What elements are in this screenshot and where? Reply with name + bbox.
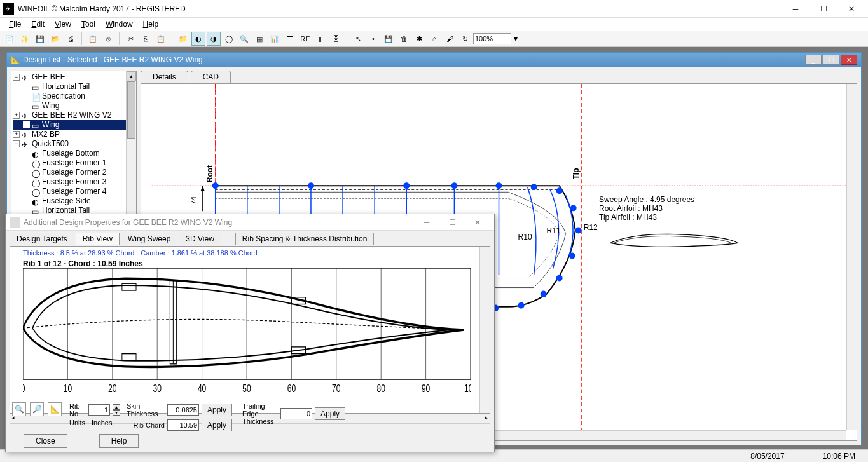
props-vscrollbar[interactable]	[479, 247, 490, 413]
tree-item[interactable]: GEE BEE R2 WING V2	[32, 111, 111, 120]
tab-rib-spacing[interactable]: Rib Spacing & Thickness Distribution	[235, 233, 375, 245]
apply-te-button[interactable]: Apply	[315, 407, 345, 420]
svg-point-25	[541, 291, 547, 297]
dialog-maximize-button[interactable]: ☐	[439, 215, 465, 230]
tb-brush-icon[interactable]: 🖌	[443, 32, 457, 46]
scroll-up-icon[interactable]: ▲	[127, 71, 136, 81]
menu-edit[interactable]: Edit	[27, 18, 48, 30]
tree-item[interactable]: Fuselage Former 2	[42, 168, 106, 177]
rib-no-input[interactable]	[88, 404, 110, 416]
app-title: WINFOIL © Malcolm Hardy 2017 - REGISTERE…	[18, 4, 782, 13]
tb-pointer-icon[interactable]: ↖	[351, 32, 365, 46]
rib-spin-down-icon[interactable]: ▼	[113, 410, 120, 416]
dialog-close-button[interactable]: ✕	[465, 215, 490, 230]
tb-point-icon[interactable]: •	[366, 32, 380, 46]
tb-exit-icon[interactable]: ⎋	[101, 32, 115, 46]
status-time: 10:06 PM	[823, 452, 855, 461]
tab-wing-sweep[interactable]: Wing Sweep	[121, 233, 177, 245]
tree-item[interactable]: Fuselage Side	[42, 196, 91, 206]
tb-grid-icon[interactable]: ▦	[252, 32, 266, 46]
tree-item[interactable]: Horizontal Tail	[42, 82, 90, 92]
tb-tail-icon[interactable]: ◑	[207, 32, 221, 46]
tree-item-selected[interactable]: Wing	[42, 120, 59, 130]
tab-details[interactable]: Details	[141, 71, 188, 83]
tb-bars-icon[interactable]: ⫼	[313, 32, 327, 46]
tab-rib-view[interactable]: Rib View	[76, 233, 120, 245]
cad-vscrollbar[interactable]	[846, 84, 857, 430]
svg-text:90: 90	[422, 383, 430, 395]
svg-text:80: 80	[376, 383, 385, 395]
tab-design-targets[interactable]: Design Targets	[10, 233, 74, 245]
zoom-in-icon[interactable]: 🔍	[12, 402, 26, 416]
tb-cut-icon[interactable]: ✂	[123, 32, 137, 46]
tree-item[interactable]: QuickT500	[32, 139, 69, 149]
child-close-button[interactable]: ✕	[841, 55, 857, 65]
tb-props-icon[interactable]: 📋	[86, 32, 100, 46]
menu-file[interactable]: File	[5, 18, 25, 30]
rib-spin-up-icon[interactable]: ▲	[113, 404, 120, 410]
tree-item[interactable]: GEE BEE	[32, 72, 65, 82]
tree-item[interactable]: MX2 BP	[32, 130, 60, 139]
scroll-thumb[interactable]	[127, 81, 135, 139]
dialog-minimize-button[interactable]: ─	[414, 215, 439, 230]
skin-thickness-input[interactable]	[167, 404, 199, 416]
tb-home-icon[interactable]: ⌂	[427, 32, 441, 46]
tree-item[interactable]: Fuselage Former 4	[42, 187, 106, 196]
properties-title: Additional Design Properties for GEE BEE…	[24, 218, 414, 227]
rib-chord-label: Rib Chord	[127, 421, 165, 429]
close-button[interactable]: Close	[24, 434, 67, 448]
properties-titlebar[interactable]: Additional Design Properties for GEE BEE…	[6, 214, 494, 231]
tb-disk-icon[interactable]: 💾	[382, 32, 396, 46]
tb-copy-icon[interactable]: ⎘	[139, 32, 153, 46]
child-minimize-button[interactable]: _	[805, 55, 822, 65]
menu-view[interactable]: View	[51, 18, 75, 30]
tb-trash-icon[interactable]: 🗑	[397, 32, 411, 46]
te-thickness-input[interactable]	[280, 408, 312, 419]
minimize-button[interactable]: ─	[782, 0, 809, 18]
close-button[interactable]: ✕	[837, 0, 865, 18]
zoom-dropdown-icon[interactable]: ▾	[514, 34, 518, 43]
tb-save-icon[interactable]: 💾	[33, 32, 47, 46]
tree-item[interactable]: Fuselage Former 1	[42, 158, 106, 168]
maximize-button[interactable]: ☐	[809, 0, 837, 18]
tb-refresh-icon[interactable]: ↻	[458, 32, 472, 46]
rib-chord-input[interactable]	[167, 419, 199, 431]
help-button[interactable]: Help	[99, 434, 139, 448]
tb-paste-icon[interactable]: 📋	[154, 32, 168, 46]
tree-item[interactable]: Fuselage Bottom	[42, 149, 100, 158]
tree-item[interactable]: Wing	[42, 101, 59, 111]
tb-re-icon[interactable]: RE	[298, 32, 312, 46]
measure-icon[interactable]: 📐	[48, 402, 62, 416]
svg-point-18	[495, 182, 502, 189]
tb-chart-icon[interactable]: 📊	[268, 32, 282, 46]
tb-folder-icon[interactable]: 📁	[176, 32, 190, 46]
tb-fuse-icon[interactable]: ◯	[222, 32, 236, 46]
apply-chord-button[interactable]: Apply	[202, 419, 232, 431]
tb-cog-icon[interactable]: ✱	[412, 32, 426, 46]
svg-text:R10: R10	[518, 233, 532, 241]
tree-item[interactable]: Fuselage Former 3	[42, 177, 106, 187]
tb-new-icon[interactable]: 📄	[3, 32, 17, 46]
tree-item[interactable]: Specification	[42, 92, 85, 101]
design-window-titlebar[interactable]: 📐 Design List - Selected : GEE BEE R2 WI…	[7, 53, 861, 67]
tb-open-icon[interactable]: 📂	[48, 32, 62, 46]
tab-3d-view[interactable]: 3D View	[179, 233, 221, 245]
apply-skin-button[interactable]: Apply	[202, 404, 232, 416]
zoom-out-icon[interactable]: 🔎	[30, 402, 44, 416]
tb-wizard-icon[interactable]: ✨	[18, 32, 32, 46]
menu-help[interactable]: Help	[139, 18, 163, 30]
zoom-input[interactable]	[473, 33, 511, 44]
menu-window[interactable]: Window	[102, 18, 137, 30]
dialog-icon	[10, 217, 20, 228]
menu-tool[interactable]: Tool	[78, 18, 99, 30]
tab-cad[interactable]: CAD	[191, 71, 231, 83]
tb-zoom-icon[interactable]: 🔍	[237, 32, 251, 46]
svg-point-15	[308, 182, 314, 189]
tb-wing-icon[interactable]: ◐	[191, 32, 205, 46]
child-maximize-button[interactable]: ☐	[823, 55, 839, 65]
tb-print-icon[interactable]: 🖨	[64, 32, 78, 46]
former-icon: ◯	[32, 160, 41, 167]
tb-db-icon[interactable]: 🗄	[329, 32, 343, 46]
tb-list-icon[interactable]: ☰	[283, 32, 297, 46]
svg-text:100: 100	[464, 383, 471, 395]
